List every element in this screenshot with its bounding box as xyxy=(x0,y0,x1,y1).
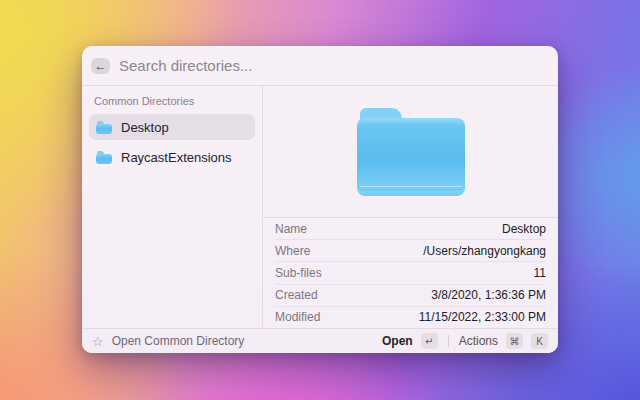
detail-value: 11/15/2022, 2:33:00 PM xyxy=(419,310,546,324)
sidebar: Common Directories Desktop RaycastExtens… xyxy=(82,86,263,328)
content-area: Common Directories Desktop RaycastExtens… xyxy=(82,86,558,328)
detail-label: Modified xyxy=(275,310,320,324)
detail-value: /Users/zhangyongkang xyxy=(423,244,546,258)
detail-row-modified: Modified 11/15/2022, 2:33:00 PM xyxy=(275,307,546,328)
raycast-window: ← Common Directories Desktop RaycastExte… xyxy=(82,46,558,353)
search-input[interactable] xyxy=(119,57,549,74)
detail-label: Where xyxy=(275,244,310,258)
details-table: Name Desktop Where /Users/zhangyongkang … xyxy=(263,218,558,328)
search-bar: ← xyxy=(82,46,558,86)
detail-row-subfiles: Sub-files 11 xyxy=(275,262,546,284)
star-icon: ☆ xyxy=(92,335,104,348)
detail-label: Sub-files xyxy=(275,266,322,280)
back-button[interactable]: ← xyxy=(91,58,110,74)
sidebar-item-desktop[interactable]: Desktop xyxy=(89,114,255,140)
folder-preview xyxy=(263,86,558,218)
status-action-label: Open Common Directory xyxy=(112,334,245,348)
open-button[interactable]: Open xyxy=(382,334,413,348)
detail-value: 11 xyxy=(534,266,546,280)
folder-icon xyxy=(96,121,112,134)
detail-panel: Name Desktop Where /Users/zhangyongkang … xyxy=(263,86,558,328)
detail-row-name: Name Desktop xyxy=(275,218,546,240)
status-divider xyxy=(448,335,449,347)
folder-icon xyxy=(96,151,112,164)
sidebar-section-label: Common Directories xyxy=(89,91,255,114)
detail-label: Created xyxy=(275,288,318,302)
sidebar-item-label: Desktop xyxy=(121,120,169,135)
detail-row-where: Where /Users/zhangyongkang xyxy=(275,240,546,262)
detail-label: Name xyxy=(275,222,307,236)
sidebar-item-label: RaycastExtensions xyxy=(121,150,232,165)
actions-button[interactable]: Actions xyxy=(459,334,498,348)
back-arrow-icon: ← xyxy=(95,60,107,72)
return-key-icon: ↵ xyxy=(421,333,438,349)
command-key-icon: ⌘ xyxy=(506,333,523,349)
status-bar: ☆ Open Common Directory Open ↵ Actions ⌘… xyxy=(82,328,558,353)
detail-row-created: Created 3/8/2020, 1:36:36 PM xyxy=(275,285,546,307)
k-key-icon: K xyxy=(531,333,548,349)
detail-value: Desktop xyxy=(502,222,546,236)
detail-value: 3/8/2020, 1:36:36 PM xyxy=(431,288,546,302)
sidebar-item-raycastextensions[interactable]: RaycastExtensions xyxy=(89,144,255,170)
folder-icon-large xyxy=(357,108,465,196)
